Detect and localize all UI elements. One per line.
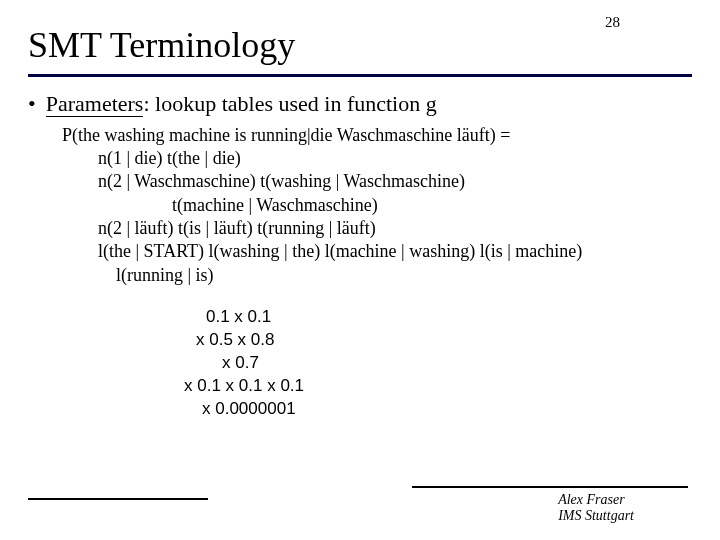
slide: 28 SMT Terminology • Parameters: lookup …	[0, 0, 720, 540]
example-line: n(2 | läuft) t(is | läuft) t(running | l…	[98, 217, 692, 240]
example-line: t(machine | Waschmaschine)	[172, 194, 692, 217]
slide-title: SMT Terminology	[28, 24, 295, 66]
title-underline	[28, 74, 692, 77]
page-number: 28	[605, 14, 620, 31]
footer-author: Alex Fraser IMS Stuttgart	[558, 492, 634, 524]
bullet-row: • Parameters: lookup tables used in func…	[28, 90, 692, 118]
bullet-text: Parameters: lookup tables used in functi…	[46, 90, 437, 118]
body: • Parameters: lookup tables used in func…	[28, 90, 692, 287]
calc-line: 0.1 x 0.1	[206, 306, 304, 329]
example-line: n(2 | Waschmaschine) t(washing | Waschma…	[98, 170, 692, 193]
calc-line: x 0.1 x 0.1 x 0.1	[184, 375, 304, 398]
footer-left-rule	[28, 498, 208, 500]
author-affiliation: IMS Stuttgart	[558, 508, 634, 524]
example-block: P(the washing machine is running|die Was…	[62, 124, 692, 288]
example-line: n(1 | die) t(the | die)	[98, 147, 692, 170]
example-line: l(running | is)	[116, 264, 692, 287]
example-line: P(the washing machine is running|die Was…	[62, 124, 692, 147]
author-name: Alex Fraser	[558, 492, 634, 508]
calc-line: x 0.0000001	[202, 398, 304, 421]
bullet-rest: : lookup tables used in function g	[143, 91, 436, 116]
footer-rule	[412, 486, 688, 488]
example-line: l(the | START) l(washing | the) l(machin…	[98, 240, 692, 263]
parameters-label: Parameters	[46, 91, 144, 117]
calculation-block: 0.1 x 0.1 x 0.5 x 0.8 x 0.7 x 0.1 x 0.1 …	[184, 306, 304, 421]
calc-line: x 0.7	[222, 352, 304, 375]
bullet-dot-icon: •	[28, 90, 36, 118]
calc-line: x 0.5 x 0.8	[196, 329, 304, 352]
